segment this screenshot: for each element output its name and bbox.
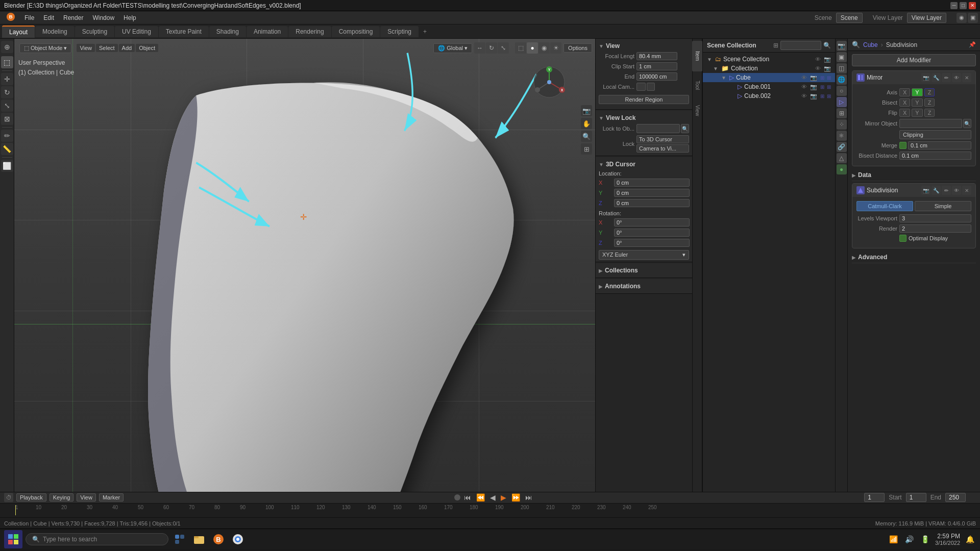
camera-to-view-button[interactable]: Camera to Vi... (636, 144, 689, 153)
object-menu[interactable]: Object (136, 44, 158, 52)
prop-icon-modifier[interactable]: ⊞ (837, 108, 847, 118)
blender-logo-menu[interactable]: B (2, 11, 19, 24)
prop-icon-render[interactable]: 📷 (837, 41, 847, 51)
subd-render-icon[interactable]: 🔧 (932, 186, 941, 195)
taskbar-file-explorer[interactable] (191, 531, 207, 547)
outliner-cube002[interactable]: ▷ Cube.002 👁 📷 ⊞ ⊞ (703, 91, 835, 101)
render-engine-icon[interactable]: ◉ (957, 13, 967, 23)
annotations-section-header[interactable]: ▶ Annotations (599, 281, 689, 291)
view-lock-section-header[interactable]: ▼ View Lock (599, 113, 689, 123)
taskbar-search-box[interactable]: 🔍 Type here to search (26, 533, 168, 545)
menu-edit[interactable]: Edit (39, 13, 58, 22)
rotate-gizmo-toggle[interactable]: ↻ (486, 42, 497, 54)
close-button[interactable]: ✕ (969, 2, 976, 9)
tab-modeling[interactable]: Modeling (35, 26, 75, 37)
timeline-mode-icon[interactable]: ⏱ (4, 493, 13, 502)
prop-icon-particles[interactable]: ⁘ (837, 119, 847, 130)
focal-length-input[interactable] (636, 52, 677, 60)
subd-optimal-display-checkbox[interactable] (899, 235, 906, 242)
view-layer-selector[interactable]: View Layer (907, 13, 946, 23)
prop-icon-material[interactable]: ● (837, 164, 847, 174)
mirror-bisect-x[interactable]: X (899, 98, 910, 107)
add-menu[interactable]: Add (119, 44, 135, 52)
sidebar-tab-view[interactable]: View (692, 98, 702, 123)
outliner-cube001[interactable]: ▷ Cube.001 👁 📷 ⊞ ⊞ (703, 82, 835, 91)
mirror-axis-z-button[interactable]: Z (924, 88, 935, 96)
prop-icon-world[interactable]: ○ (837, 86, 847, 96)
skip-to-end-button[interactable]: ⏭ (524, 493, 534, 502)
taskbar-blender-icon[interactable]: B (210, 531, 227, 547)
global-selector[interactable]: 🌐 Global ▾ (433, 43, 472, 53)
outliner-search-input[interactable] (780, 41, 821, 50)
local-camera-checkbox[interactable] (636, 83, 646, 91)
cube001-render-icon[interactable]: 📷 (810, 84, 817, 90)
xyz-euler-dropdown[interactable]: XYZ Euler ▾ (599, 250, 689, 260)
outliner-search-icon[interactable]: 🔍 (823, 42, 831, 49)
cursor-z-input[interactable] (614, 199, 690, 207)
menu-help[interactable]: Help (119, 13, 140, 22)
tray-clock[interactable]: 2:59 PM 3/16/2022 (935, 533, 960, 546)
step-forward-button[interactable]: ⏩ (510, 493, 522, 502)
mirror-flip-z[interactable]: Z (924, 109, 935, 117)
start-frame-input[interactable] (906, 493, 926, 502)
play-reverse-button[interactable]: ◀ (488, 493, 497, 502)
cube002-render-icon[interactable]: 📷 (810, 93, 817, 99)
catmull-clark-button[interactable]: Catmull-Clark (856, 201, 913, 211)
cursor-tool[interactable]: ⊕ (1, 41, 13, 53)
tab-sculpting[interactable]: Sculpting (75, 26, 114, 37)
hand-pan-icon[interactable]: ✋ (581, 118, 592, 129)
output-icon[interactable]: ▣ (968, 13, 978, 23)
subd-edit-icon[interactable]: ✏ (942, 186, 951, 195)
cube-visibility-icon[interactable]: 👁 (801, 74, 807, 81)
clip-end-input[interactable] (636, 72, 677, 81)
mirror-axis-x-button[interactable]: X (899, 88, 910, 96)
outliner-cube[interactable]: ▼ ▷ Cube 👁 📷 ⊞ ⊞ (703, 73, 835, 82)
cursor-rx-input[interactable] (614, 218, 690, 227)
collection-visibility-icon[interactable]: 👁 (815, 65, 821, 71)
timeline-track[interactable]: 1 10 20 30 40 50 60 70 80 90 100 110 120… (0, 504, 980, 517)
viewport[interactable]: ✛ ⬚ Object Mode ▾ View Select Add Object (14, 39, 595, 492)
sidebar-tab-tool[interactable]: Tool (692, 72, 702, 98)
tray-notifications-icon[interactable]: 🔔 (964, 535, 976, 543)
select-menu[interactable]: Select (96, 44, 118, 52)
view-menu[interactable]: View (77, 44, 95, 52)
menu-file[interactable]: File (20, 13, 38, 22)
navigation-gizmo[interactable]: Y X (531, 64, 567, 100)
viewport-shading-solid[interactable]: ● (527, 42, 538, 54)
outliner-scene-collection[interactable]: ▼ 🗂 Scene Collection 👁 📷 (703, 55, 835, 64)
tab-rendering[interactable]: Rendering (288, 26, 331, 37)
move-gizmo-toggle[interactable]: ↔ (474, 42, 485, 54)
sidebar-tab-item[interactable]: Item (692, 41, 702, 71)
step-back-button[interactable]: ⏪ (475, 493, 486, 502)
mirror-bisect-z[interactable]: Z (924, 98, 935, 107)
props-search-icon[interactable]: 🔍 (852, 41, 860, 48)
cursor-x-input[interactable] (614, 179, 690, 187)
annotate-tool[interactable]: ✏ (1, 130, 13, 142)
marker-button[interactable]: Marker (99, 493, 124, 502)
viewport-shading-wire[interactable]: ⬚ (515, 42, 526, 54)
mirror-edit-icon[interactable]: ✏ (942, 73, 951, 82)
current-frame-input[interactable] (864, 493, 885, 502)
props-pin-icon[interactable]: 📌 (969, 41, 976, 48)
tab-compositing[interactable]: Compositing (332, 26, 380, 37)
collections-section-header[interactable]: ▶ Collections (599, 265, 689, 276)
cube-render-icon[interactable]: 📷 (810, 74, 817, 81)
add-cube-tool[interactable]: ⬜ (1, 160, 13, 172)
lock-to-obj-input[interactable] (636, 124, 680, 133)
mirror-delete-button[interactable]: ✕ (962, 73, 971, 82)
mirror-axis-y-button[interactable]: Y (912, 88, 922, 96)
cursor-rz-input[interactable] (614, 239, 690, 247)
minimize-button[interactable]: ─ (950, 2, 958, 9)
clip-start-input[interactable] (636, 62, 677, 70)
viewport-shading-material[interactable]: ◉ (538, 42, 550, 54)
object-mode-selector[interactable]: ⬚ Object Mode ▾ (19, 43, 71, 53)
mirror-clipping-button[interactable]: Clipping (899, 130, 971, 139)
scale-tool[interactable]: ⤡ (1, 99, 13, 112)
prop-icon-physics[interactable]: ⚛ (837, 131, 847, 141)
mirror-realtime-icon[interactable]: 📷 (921, 73, 930, 82)
tab-uv-editing[interactable]: UV Editing (115, 26, 158, 37)
tray-network-icon[interactable]: 📶 (888, 535, 899, 543)
options-button[interactable]: Options (564, 43, 592, 53)
view-toggle-icon[interactable]: ⊞ (581, 143, 592, 155)
render-region-button[interactable]: Render Region (599, 95, 689, 104)
